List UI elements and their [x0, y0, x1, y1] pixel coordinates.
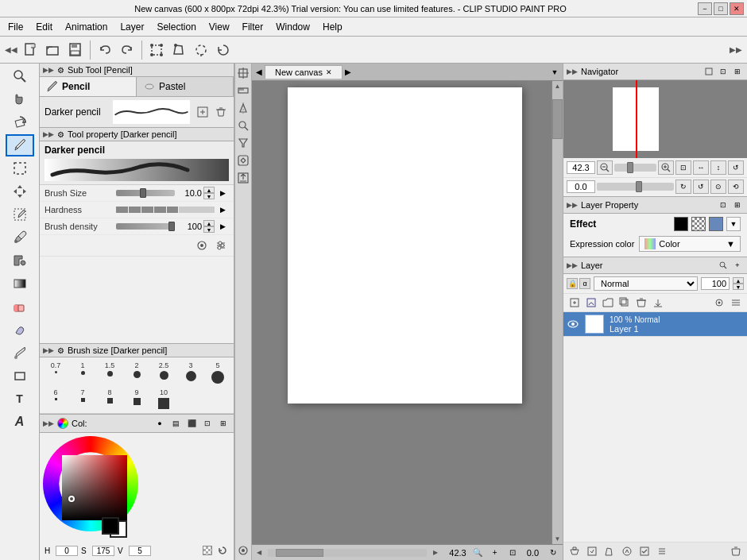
color-convert-btn[interactable]	[235, 153, 251, 168]
tool-shape[interactable]	[6, 365, 34, 387]
canvas-tab-new[interactable]: New canvas ✕	[265, 65, 343, 79]
h-value-input[interactable]	[56, 546, 78, 556]
tool-a-text[interactable]: A	[6, 411, 34, 433]
navigator-collapse[interactable]: ▶▶	[567, 68, 578, 75]
tool-select-rect[interactable]	[6, 157, 34, 180]
opacity-up[interactable]: ▲	[733, 277, 744, 284]
brush-settings-btn[interactable]	[213, 238, 229, 253]
toolbar-new-button[interactable]	[21, 40, 41, 60]
expr-color-dropdown[interactable]: Color ▼	[639, 236, 741, 252]
tool-hand[interactable]	[6, 88, 34, 110]
navigator-angle-slider[interactable]	[597, 183, 674, 191]
vscroll-track[interactable]	[552, 91, 563, 534]
layer-bottom-btn-3[interactable]	[602, 544, 617, 558]
menu-filter[interactable]: Filter	[236, 20, 270, 34]
tool-property-collapse[interactable]: ▶▶	[43, 130, 54, 138]
layer-bottom-btn-2[interactable]	[584, 544, 600, 558]
layer-row-1[interactable]: 100 % Normal Layer 1	[563, 312, 747, 337]
search-similar-button[interactable]	[235, 118, 251, 133]
layer-lock-btn[interactable]: 🔒	[567, 278, 578, 289]
brush-size-3[interactable]: 3	[178, 360, 203, 385]
canvas-dropdown-btn[interactable]: ▼	[548, 66, 561, 79]
color-mixer-btn[interactable]: ⊡	[200, 416, 215, 431]
vscroll-down[interactable]: ▼	[552, 534, 563, 544]
brush-size-spinner[interactable]: ▲ ▼	[203, 187, 215, 199]
layer-new-vector-btn[interactable]	[583, 295, 599, 310]
nav-angle-reset-btn[interactable]: ⊙	[710, 180, 726, 194]
layer-prop-btn-2[interactable]: ⊞	[731, 199, 744, 211]
ruler-button[interactable]	[235, 83, 251, 98]
canvas-tab-close[interactable]: ✕	[326, 68, 332, 76]
tool-rotate-canvas[interactable]	[6, 111, 34, 133]
nav-flip-h-btn[interactable]: ↔	[693, 160, 709, 175]
effect-dropdown[interactable]: ▼	[726, 217, 741, 231]
menu-edit[interactable]: Edit	[29, 20, 59, 34]
nav-btn-1[interactable]	[702, 65, 715, 78]
brush-size-0.7[interactable]: 0.7	[43, 360, 68, 385]
hscroll-right[interactable]: ▶	[432, 547, 439, 558]
menu-view[interactable]: View	[203, 20, 236, 34]
menu-animation[interactable]: Animation	[59, 20, 114, 34]
layer-settings-btn[interactable]	[711, 295, 727, 310]
filter-button[interactable]	[235, 135, 251, 151]
toolbar-transform-button[interactable]	[146, 40, 167, 60]
minimize-button[interactable]: −	[698, 2, 712, 15]
vscroll-thumb[interactable]	[552, 99, 563, 139]
brush-size-1.5[interactable]: 1.5	[97, 360, 122, 385]
layer-blend-mode-select[interactable]: Normal Multiply Screen Overlay	[594, 276, 698, 291]
tool-move[interactable]	[6, 180, 34, 203]
nav-flip-v-btn[interactable]: ↕	[710, 160, 726, 175]
layer-lock-alpha-btn[interactable]: α	[579, 278, 590, 289]
layer-bottom-btn-1[interactable]	[567, 544, 583, 558]
nav-fit-btn[interactable]: ⊡	[675, 160, 691, 175]
layer-1-visibility[interactable]	[567, 318, 579, 330]
tool-pencil[interactable]	[6, 134, 34, 156]
brush-density-spinner[interactable]: ▲ ▼	[203, 220, 215, 233]
v-value-input[interactable]	[129, 546, 151, 556]
toolbar-redo-button[interactable]	[117, 40, 137, 60]
layer-prop-btn-1[interactable]: ⊡	[717, 199, 730, 211]
brush-size-7[interactable]: 7	[70, 387, 95, 411]
vscroll-up[interactable]: ▲	[552, 81, 563, 91]
layer-property-collapse[interactable]: ▶▶	[567, 201, 578, 209]
layer-opacity-spinner[interactable]: ▲ ▼	[733, 277, 744, 290]
layer-bottom-btn-6[interactable]	[654, 544, 670, 558]
canvas-rotate-reset-btn[interactable]: ↻	[547, 546, 559, 559]
canvas-viewport[interactable]: ▲ ▼	[252, 81, 563, 544]
nav-cw-btn[interactable]: ↻	[675, 180, 691, 194]
toolbar-open-button[interactable]	[43, 40, 64, 60]
layer-add-btn[interactable]: +	[731, 259, 744, 272]
tool-blend[interactable]	[6, 319, 34, 341]
brush-size-6[interactable]: 6	[43, 387, 68, 411]
brush-size-down[interactable]: ▼	[203, 193, 215, 199]
nav-btn-2[interactable]: ⊡	[717, 65, 730, 78]
brush-size-1[interactable]: 1	[70, 360, 95, 385]
layer-delete-btn[interactable]	[633, 295, 649, 310]
canvas-zoom-in-btn[interactable]: +	[489, 546, 501, 559]
brush-delete-btn[interactable]	[213, 104, 229, 120]
tool-fill[interactable]	[6, 249, 34, 272]
color-history-btn[interactable]: ⊞	[216, 416, 230, 431]
canvas-vscroll[interactable]: ▲ ▼	[552, 81, 563, 544]
settings-btn[interactable]	[194, 238, 210, 253]
navigator-zoom-input[interactable]	[567, 161, 595, 174]
tool-text[interactable]: T	[6, 388, 34, 410]
brush-size-9[interactable]: 9	[124, 387, 149, 411]
canvas-zoom-out-btn[interactable]: 🔍	[471, 546, 484, 559]
brush-size-2.5[interactable]: 2.5	[151, 360, 176, 385]
brush-size-2[interactable]: 2	[124, 360, 149, 385]
color-swatch-btn[interactable]: ⬛	[184, 416, 199, 431]
menu-window[interactable]: Window	[269, 20, 316, 34]
hscroll-left[interactable]: ◀	[255, 547, 263, 558]
toolbar-rotate-button[interactable]	[213, 40, 234, 60]
color-box[interactable]	[62, 455, 127, 520]
tool-eyedropper[interactable]	[6, 226, 34, 249]
navigator-zoom-slider[interactable]	[614, 164, 656, 172]
brush-size-8[interactable]: 8	[97, 387, 122, 411]
canvas-navigate-btn[interactable]	[235, 543, 251, 558]
brush-preset-add-btn[interactable]	[195, 104, 211, 120]
tool-gradient[interactable]	[6, 272, 34, 295]
brush-tab-pencil[interactable]: Pencil	[40, 77, 137, 96]
toolbar-lasso-button[interactable]	[191, 40, 211, 60]
brush-size-slider[interactable]	[116, 190, 175, 196]
